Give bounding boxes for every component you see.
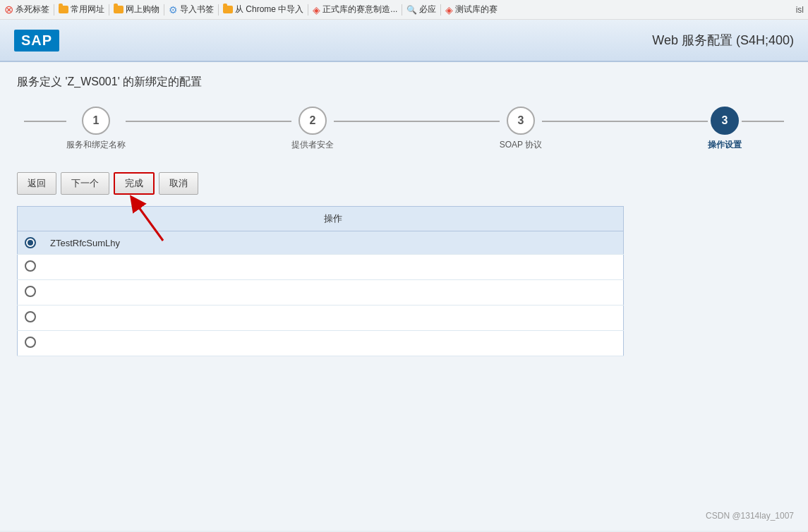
footer-watermark: CSDN @1314lay_1007 xyxy=(706,511,794,521)
wizard-step-1: 1 服务和绑定名称 xyxy=(66,107,126,151)
operation-cell-4 xyxy=(43,306,624,331)
radio-button-1[interactable] xyxy=(25,237,36,248)
table-row[interactable]: ZTestRfcSumLhy xyxy=(18,231,624,255)
operation-cell-2 xyxy=(43,255,624,280)
wizard-line-2 xyxy=(334,121,500,122)
sap-header: SAP Web 服务配置 (S4H;400) xyxy=(0,20,808,62)
toolbar-chrome-import[interactable]: 从 Chrome 中导入 xyxy=(223,4,303,16)
step-label-1: 服务和绑定名称 xyxy=(66,139,126,151)
toolbar-separator xyxy=(54,4,54,16)
cancel-button[interactable]: 取消 xyxy=(159,172,198,195)
radio-cell-5[interactable] xyxy=(18,331,44,356)
table-row[interactable] xyxy=(18,331,624,356)
toolbar-kill-tab[interactable]: ⊗ 杀死标签 xyxy=(4,3,49,16)
finish-wrapper: 完成 xyxy=(114,172,155,195)
header-title: Web 服务配置 (S4H;400) xyxy=(652,32,794,49)
operations-table: 操作 ZTestRfcSumLhy xyxy=(17,206,624,356)
wizard-line-1 xyxy=(126,121,291,122)
radio-button-5[interactable] xyxy=(25,337,36,348)
step-circle-1: 1 xyxy=(82,107,110,135)
sap-logo: SAP xyxy=(14,30,59,52)
operation-cell-1: ZTestRfcSumLhy xyxy=(43,231,624,255)
wizard-line-start xyxy=(24,121,66,122)
radio-button-3[interactable] xyxy=(25,286,36,297)
wizard-line-end xyxy=(742,121,784,122)
step-label-2: 提供者安全 xyxy=(291,139,334,151)
page-content: 服务定义 'Z_WS001' 的新绑定的配置 1 服务和绑定名称 2 提供者安全… xyxy=(0,62,808,531)
browser-toolbar: ⊗ 杀死标签 常用网址 网上购物 ⚙ 导入书签 从 Chrome 中导入 ◈ 正… xyxy=(0,0,808,20)
step-label-4: 操作设置 xyxy=(708,139,742,151)
toolbar-separator7 xyxy=(440,4,441,16)
operation-cell-3 xyxy=(43,280,624,306)
step-label-3: SOAP 协议 xyxy=(500,139,542,151)
wizard-line-3 xyxy=(542,121,708,122)
table-row[interactable] xyxy=(18,280,624,306)
toolbar-separator6 xyxy=(402,4,402,16)
toolbar-bing[interactable]: 🔍 必应 xyxy=(406,4,436,16)
radio-button-4[interactable] xyxy=(25,311,36,322)
toolbar-official-db[interactable]: ◈ 正式库的赛意制造... xyxy=(313,4,397,16)
page-heading: 服务定义 'Z_WS001' 的新绑定的配置 xyxy=(17,75,791,90)
radio-button-2[interactable] xyxy=(25,260,36,272)
radio-col-header xyxy=(18,207,44,231)
next-button[interactable]: 下一个 xyxy=(61,172,109,195)
radio-cell-1[interactable] xyxy=(18,231,44,255)
toolbar-separator2 xyxy=(109,4,109,16)
back-button[interactable]: 返回 xyxy=(17,172,56,195)
radio-cell-2[interactable] xyxy=(18,255,44,280)
finish-button[interactable]: 完成 xyxy=(114,172,155,195)
buttons-row: 返回 下一个 完成 取消 xyxy=(17,172,791,195)
toolbar-separator3 xyxy=(164,4,164,16)
folder-icon xyxy=(59,6,68,13)
toolbar-import-bookmarks[interactable]: ⚙ 导入书签 xyxy=(169,4,214,16)
step-circle-2: 2 xyxy=(299,107,327,135)
radio-cell-3[interactable] xyxy=(18,280,44,306)
isl-label: isl xyxy=(796,5,804,15)
operations-col-header: 操作 xyxy=(43,207,624,231)
table-row[interactable] xyxy=(18,255,624,280)
wizard-steps: 1 服务和绑定名称 2 提供者安全 3 SOAP 协议 3 操作设置 xyxy=(17,107,791,151)
table-row[interactable] xyxy=(18,306,624,331)
toolbar-test-db[interactable]: ◈ 测试库的赛 xyxy=(445,4,498,16)
wizard-step-3: 3 SOAP 协议 xyxy=(500,107,542,151)
toolbar-separator5 xyxy=(308,4,308,16)
folder-icon2 xyxy=(114,6,123,13)
radio-cell-4[interactable] xyxy=(18,306,44,331)
toolbar-separator4 xyxy=(218,4,219,16)
wizard-step-4: 3 操作设置 xyxy=(708,107,742,151)
folder-icon3 xyxy=(223,6,233,13)
step-circle-3: 3 xyxy=(507,107,535,135)
toolbar-favorites[interactable]: 常用网址 xyxy=(59,4,104,16)
wizard-step-2: 2 提供者安全 xyxy=(291,107,334,151)
step-circle-4: 3 xyxy=(711,107,739,135)
toolbar-shopping[interactable]: 网上购物 xyxy=(114,4,159,16)
table-header: 操作 xyxy=(18,207,624,231)
operation-cell-5 xyxy=(43,331,624,356)
